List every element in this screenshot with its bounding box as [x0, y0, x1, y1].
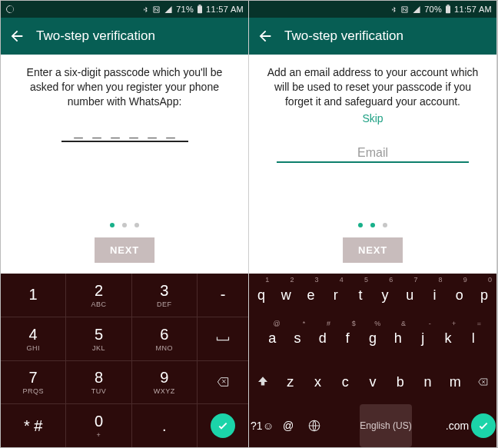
numkey-5[interactable]: 5JKL — [66, 317, 131, 360]
key-p[interactable]: p0 — [472, 274, 496, 317]
done-icon — [471, 413, 496, 438]
instruction-text: Enter a six-digit passcode which you'll … — [15, 65, 234, 109]
key-x[interactable]: x — [304, 360, 332, 404]
numkey-⌫[interactable] — [198, 361, 248, 404]
key-u[interactable]: u7 — [397, 274, 422, 317]
spacebar[interactable]: English (US) — [360, 404, 411, 448]
at-key[interactable]: @ — [275, 404, 301, 448]
svg-rect-4 — [447, 5, 450, 6]
content-area: Add an email address to your account whi… — [249, 55, 496, 274]
passcode-field[interactable]: ___ ___ — [61, 121, 188, 142]
backspace-icon — [214, 376, 231, 388]
status-bar: 70% 11:57 AM — [249, 1, 496, 18]
step-dot — [122, 223, 127, 227]
email-field[interactable]: Email — [277, 146, 469, 163]
key-d[interactable]: d# — [310, 317, 335, 361]
key-⇧[interactable] — [249, 360, 277, 404]
key-s[interactable]: s* — [285, 317, 310, 361]
numkey-3[interactable]: 3DEF — [132, 274, 198, 317]
numkey-7[interactable]: 7PRQS — [1, 361, 66, 404]
shift-icon — [256, 375, 270, 389]
key-o[interactable]: o9 — [447, 274, 472, 317]
instruction-text: Add an email address to your account whi… — [263, 65, 483, 109]
numkey-2[interactable]: 2ABC — [66, 274, 131, 317]
numkey-.[interactable]: . — [132, 404, 198, 447]
step-dot — [110, 223, 115, 227]
key-⌫[interactable] — [469, 360, 496, 404]
step-dot — [134, 223, 139, 227]
key-k[interactable]: k+ — [436, 317, 461, 361]
svg-rect-3 — [446, 6, 450, 14]
battery-pct: 70% — [424, 5, 442, 14]
numkey-9[interactable]: 9WXYZ — [132, 361, 198, 404]
key-q[interactable]: q1 — [249, 274, 274, 317]
signal-icon — [412, 5, 421, 14]
key-g[interactable]: g% — [360, 317, 386, 361]
clock: 11:57 AM — [206, 5, 244, 14]
key-t[interactable]: t5 — [348, 274, 373, 317]
numkey-✓[interactable] — [198, 404, 248, 447]
key-z[interactable]: z — [277, 360, 304, 404]
status-bar: 71% 11:57 AM — [1, 1, 248, 18]
battery-icon — [445, 5, 451, 14]
battery-pct: 71% — [176, 5, 194, 14]
step-dot — [358, 223, 363, 227]
done-icon[interactable] — [211, 413, 235, 438]
clock: 11:57 AM — [454, 5, 492, 14]
step-dots — [249, 223, 496, 227]
key-v[interactable]: v — [359, 360, 387, 404]
phone-right: 70% 11:57 AM Two-step verification Add a… — [249, 1, 497, 447]
key-r[interactable]: r4 — [324, 274, 348, 317]
page-title: Two-step verification — [36, 28, 155, 44]
email-placeholder: Email — [277, 146, 469, 161]
step-dot — [370, 223, 375, 227]
numkey-6[interactable]: 6MNO — [132, 317, 198, 360]
numkey--[interactable]: - — [198, 274, 248, 317]
key-n[interactable]: n — [414, 360, 442, 404]
numkey-* #[interactable]: * # — [1, 404, 66, 447]
bluetooth-icon — [142, 5, 149, 14]
symbols-key[interactable]: ?1☺ — [249, 404, 275, 448]
globe-icon — [307, 419, 321, 433]
numkey-4[interactable]: 4GHI — [1, 317, 66, 360]
key-i[interactable]: i8 — [422, 274, 447, 317]
key-h[interactable]: h& — [385, 317, 410, 361]
key-m[interactable]: m — [441, 360, 469, 404]
key-f[interactable]: f$ — [335, 317, 360, 361]
svg-rect-2 — [199, 5, 201, 6]
bluetooth-icon — [390, 5, 397, 14]
enter-key[interactable] — [470, 404, 496, 448]
content-area: Enter a six-digit passcode which you'll … — [1, 55, 248, 274]
numkey-1[interactable]: 1 — [1, 274, 66, 317]
dotcom-key[interactable]: .com — [444, 404, 470, 448]
key-j[interactable]: j- — [410, 317, 436, 361]
svg-rect-1 — [198, 6, 202, 14]
step-dots — [1, 223, 248, 227]
key-e[interactable]: e3 — [298, 274, 323, 317]
next-button[interactable]: NEXT — [343, 237, 403, 263]
key-a[interactable]: a@ — [260, 317, 285, 361]
numeric-keyboard: 12ABC3DEF-4GHI5JKL6MNO7PRQS8TUV9WXYZ* #0… — [1, 274, 248, 447]
nfc-icon — [152, 5, 161, 14]
battery-icon — [197, 5, 203, 14]
step-dot — [383, 223, 387, 227]
key-c[interactable]: c — [331, 360, 359, 404]
skip-link[interactable]: Skip — [362, 112, 383, 124]
space-icon — [215, 334, 231, 343]
back-icon[interactable] — [8, 28, 25, 45]
key-l[interactable]: l= — [460, 317, 486, 361]
next-button[interactable]: NEXT — [95, 237, 154, 263]
key-y[interactable]: y6 — [373, 274, 397, 317]
page-title: Two-step verification — [284, 28, 403, 44]
signal-icon — [164, 5, 173, 14]
globe-key[interactable] — [301, 404, 327, 448]
qwerty-keyboard: q1w2e3r4t5y6u7i8o9p0a@s*d#f$g%h&j-k+l=zx… — [249, 274, 496, 447]
app-bar: Two-step verification — [249, 18, 496, 55]
numkey-␣[interactable] — [198, 317, 248, 360]
key-w[interactable]: w2 — [274, 274, 298, 317]
key-b[interactable]: b — [387, 360, 414, 404]
phone-left: 71% 11:57 AM Two-step verification Enter… — [1, 1, 249, 447]
back-icon[interactable] — [257, 28, 274, 45]
numkey-0[interactable]: 0+ — [66, 404, 131, 447]
numkey-8[interactable]: 8TUV — [66, 361, 131, 404]
